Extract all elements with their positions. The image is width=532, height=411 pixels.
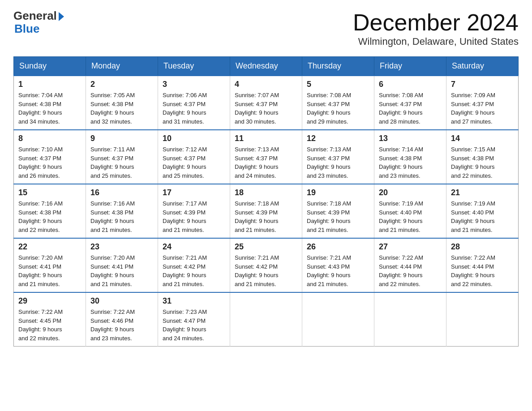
day-cell: 4Sunrise: 7:07 AMSunset: 4:37 PMDaylight… [230,76,302,130]
day-info: Sunrise: 7:22 AMSunset: 4:45 PMDaylight:… [18,308,81,342]
day-info: Sunrise: 7:14 AMSunset: 4:38 PMDaylight:… [379,145,442,180]
day-cell: 27Sunrise: 7:22 AMSunset: 4:44 PMDayligh… [374,238,446,292]
day-info: Sunrise: 7:21 AMSunset: 4:42 PMDaylight:… [235,253,297,288]
day-number: 5 [307,80,369,89]
day-info: Sunrise: 7:08 AMSunset: 4:37 PMDaylight:… [307,91,369,126]
day-cell: 1Sunrise: 7:04 AMSunset: 4:38 PMDaylight… [14,76,86,130]
day-info: Sunrise: 7:08 AMSunset: 4:37 PMDaylight:… [379,91,442,126]
day-info: Sunrise: 7:19 AMSunset: 4:40 PMDaylight:… [451,199,514,234]
day-cell [302,292,374,347]
day-info: Sunrise: 7:07 AMSunset: 4:37 PMDaylight:… [235,91,297,126]
day-info: Sunrise: 7:05 AMSunset: 4:38 PMDaylight:… [90,91,153,126]
day-cell: 21Sunrise: 7:19 AMSunset: 4:40 PMDayligh… [446,184,519,238]
day-number: 12 [307,134,369,143]
day-cell: 25Sunrise: 7:21 AMSunset: 4:42 PMDayligh… [230,238,302,292]
day-cell: 31Sunrise: 7:23 AMSunset: 4:47 PMDayligh… [158,292,230,347]
day-cell: 10Sunrise: 7:12 AMSunset: 4:37 PMDayligh… [158,130,230,184]
week-row-1: 1Sunrise: 7:04 AMSunset: 4:38 PMDaylight… [14,76,519,130]
day-cell: 12Sunrise: 7:13 AMSunset: 4:37 PMDayligh… [302,130,374,184]
day-info: Sunrise: 7:22 AMSunset: 4:46 PMDaylight:… [90,308,153,342]
day-number: 28 [451,242,514,252]
header-friday: Friday [374,57,446,76]
day-number: 14 [451,134,514,143]
day-number: 27 [379,242,442,252]
day-cell [230,292,302,347]
day-number: 9 [90,134,153,143]
day-info: Sunrise: 7:13 AMSunset: 4:37 PMDaylight:… [307,145,369,180]
header-sunday: Sunday [14,57,86,76]
day-cell: 7Sunrise: 7:09 AMSunset: 4:37 PMDaylight… [446,76,519,130]
week-row-3: 15Sunrise: 7:16 AMSunset: 4:38 PMDayligh… [14,184,519,238]
day-info: Sunrise: 7:13 AMSunset: 4:37 PMDaylight:… [235,145,297,180]
logo-blue-text: Blue [14,22,39,36]
day-number: 30 [90,296,153,306]
day-cell: 30Sunrise: 7:22 AMSunset: 4:46 PMDayligh… [86,292,158,347]
day-number: 7 [451,80,514,89]
day-number: 25 [235,242,297,252]
day-number: 20 [379,188,442,197]
day-cell: 19Sunrise: 7:18 AMSunset: 4:39 PMDayligh… [302,184,374,238]
logo: General Blue [13,9,64,36]
week-row-4: 22Sunrise: 7:20 AMSunset: 4:41 PMDayligh… [14,238,519,292]
day-info: Sunrise: 7:15 AMSunset: 4:38 PMDaylight:… [451,145,514,180]
day-info: Sunrise: 7:20 AMSunset: 4:41 PMDaylight:… [18,253,81,288]
day-info: Sunrise: 7:04 AMSunset: 4:38 PMDaylight:… [18,91,81,126]
day-number: 15 [18,188,81,197]
day-number: 26 [307,242,369,252]
header-thursday: Thursday [302,57,374,76]
day-cell: 14Sunrise: 7:15 AMSunset: 4:38 PMDayligh… [446,130,519,184]
header-wednesday: Wednesday [230,57,302,76]
day-info: Sunrise: 7:19 AMSunset: 4:40 PMDaylight:… [379,199,442,234]
day-cell: 11Sunrise: 7:13 AMSunset: 4:37 PMDayligh… [230,130,302,184]
day-cell: 2Sunrise: 7:05 AMSunset: 4:38 PMDaylight… [86,76,158,130]
header-monday: Monday [86,57,158,76]
month-title: December 2024 [353,9,519,36]
day-cell: 26Sunrise: 7:21 AMSunset: 4:43 PMDayligh… [302,238,374,292]
day-cell: 18Sunrise: 7:18 AMSunset: 4:39 PMDayligh… [230,184,302,238]
day-info: Sunrise: 7:09 AMSunset: 4:37 PMDaylight:… [451,91,514,126]
day-number: 6 [379,80,442,89]
day-number: 31 [163,296,225,306]
day-info: Sunrise: 7:21 AMSunset: 4:42 PMDaylight:… [163,253,225,288]
day-cell: 5Sunrise: 7:08 AMSunset: 4:37 PMDaylight… [302,76,374,130]
page-header: General Blue December 2024 Wilmington, D… [13,9,519,47]
day-cell: 23Sunrise: 7:20 AMSunset: 4:41 PMDayligh… [86,238,158,292]
day-number: 23 [90,242,153,252]
day-cell: 28Sunrise: 7:22 AMSunset: 4:44 PMDayligh… [446,238,519,292]
day-info: Sunrise: 7:22 AMSunset: 4:44 PMDaylight:… [451,253,514,288]
day-number: 13 [379,134,442,143]
day-cell: 13Sunrise: 7:14 AMSunset: 4:38 PMDayligh… [374,130,446,184]
day-cell: 20Sunrise: 7:19 AMSunset: 4:40 PMDayligh… [374,184,446,238]
day-info: Sunrise: 7:18 AMSunset: 4:39 PMDaylight:… [235,199,297,234]
day-info: Sunrise: 7:20 AMSunset: 4:41 PMDaylight:… [90,253,153,288]
day-info: Sunrise: 7:22 AMSunset: 4:44 PMDaylight:… [379,253,442,288]
title-area: December 2024 Wilmington, Delaware, Unit… [353,9,519,47]
day-info: Sunrise: 7:23 AMSunset: 4:47 PMDaylight:… [163,308,225,342]
day-cell [446,292,519,347]
day-number: 29 [18,296,81,306]
day-number: 18 [235,188,297,197]
day-number: 24 [163,242,225,252]
day-info: Sunrise: 7:16 AMSunset: 4:38 PMDaylight:… [90,199,153,234]
day-info: Sunrise: 7:17 AMSunset: 4:39 PMDaylight:… [163,199,225,234]
day-number: 4 [235,80,297,89]
day-number: 2 [90,80,153,89]
day-cell: 22Sunrise: 7:20 AMSunset: 4:41 PMDayligh… [14,238,86,292]
day-cell: 6Sunrise: 7:08 AMSunset: 4:37 PMDaylight… [374,76,446,130]
day-number: 16 [90,188,153,197]
day-cell: 29Sunrise: 7:22 AMSunset: 4:45 PMDayligh… [14,292,86,347]
day-cell: 16Sunrise: 7:16 AMSunset: 4:38 PMDayligh… [86,184,158,238]
day-info: Sunrise: 7:21 AMSunset: 4:43 PMDaylight:… [307,253,369,288]
header-tuesday: Tuesday [158,57,230,76]
calendar-header-row: SundayMondayTuesdayWednesdayThursdayFrid… [14,57,519,76]
day-info: Sunrise: 7:06 AMSunset: 4:37 PMDaylight:… [163,91,225,126]
day-info: Sunrise: 7:18 AMSunset: 4:39 PMDaylight:… [307,199,369,234]
day-number: 10 [163,134,225,143]
day-info: Sunrise: 7:16 AMSunset: 4:38 PMDaylight:… [18,199,81,234]
calendar-table: SundayMondayTuesdayWednesdayThursdayFrid… [13,56,519,347]
day-number: 8 [18,134,81,143]
day-info: Sunrise: 7:12 AMSunset: 4:37 PMDaylight:… [163,145,225,180]
day-cell: 3Sunrise: 7:06 AMSunset: 4:37 PMDaylight… [158,76,230,130]
header-saturday: Saturday [446,57,519,76]
day-cell: 24Sunrise: 7:21 AMSunset: 4:42 PMDayligh… [158,238,230,292]
